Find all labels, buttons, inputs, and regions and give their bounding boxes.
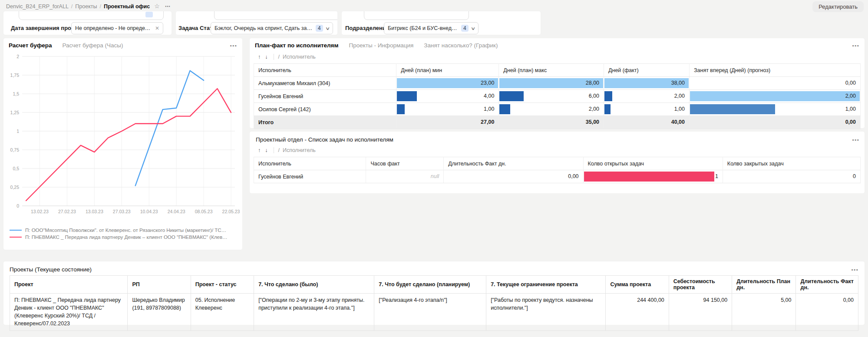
projects-table: ПроектРППроект - статус7. Что сделано (б… bbox=[3, 274, 865, 331]
x-axis-tick-label: 10.04.23 bbox=[140, 209, 158, 214]
column-header[interactable]: Длительность Факт дн. bbox=[796, 276, 858, 294]
department-filter-select[interactable]: Битрикс (Б24 и БУС-внедр), П... 4 ∨ bbox=[384, 22, 479, 34]
column-header[interactable]: Себестоимость проекта bbox=[669, 276, 732, 294]
column-header[interactable]: Дней (план) макс bbox=[499, 64, 604, 77]
filter-label: Подразделение bbox=[345, 25, 389, 31]
favorite-star-icon[interactable]: ☆ bbox=[154, 3, 160, 10]
widget-title: Проекты (Текущее состояние) bbox=[3, 261, 865, 274]
breadcrumb-separator: / bbox=[71, 3, 73, 10]
calendar-badge-icon bbox=[145, 12, 153, 17]
value-cell: 0,00 bbox=[690, 77, 861, 90]
value-cell: 2,00 bbox=[604, 90, 690, 103]
executor-cell: Гусейнов Евгений bbox=[254, 170, 366, 183]
x-axis-tick-label: 22.05.23 bbox=[222, 209, 240, 214]
buffer-chart-svg: 00,250,50,7511,251,51,75213.02.2327.02.2… bbox=[5, 51, 241, 224]
value-cell: 2,00 bbox=[499, 103, 604, 116]
legend-item[interactable]: П: ПНЕВМАКС _ Передача лида партнеру Ден… bbox=[10, 235, 238, 240]
project-cell: ["Реализация 4-го этапа/n"] bbox=[374, 294, 486, 331]
project-cell: П: ПНЕВМАКС _ Передача лида партнеру Ден… bbox=[10, 294, 128, 331]
column-header[interactable]: Занят вперед (Дней) (прогноз) bbox=[690, 64, 861, 77]
value-cell: 1,00 bbox=[396, 103, 499, 116]
legend-label: П: ООО"Мясоптиц Поволжски". от Клеверенс… bbox=[25, 228, 229, 233]
buffer-chart-card: Расчет буфера Расчет буфера (Часы) ⋯ 00,… bbox=[3, 38, 242, 250]
date-filter-select[interactable]: Не определено - Не определено ✕ bbox=[71, 22, 163, 34]
widget-title: Проектный отдел - Список задач по исполн… bbox=[250, 132, 865, 144]
drill-path: / Исполнитель bbox=[274, 147, 316, 153]
project-cell: 0,00 bbox=[796, 294, 858, 331]
value-cell: 0,00 bbox=[444, 170, 583, 183]
project-cell: 5,00 bbox=[732, 294, 796, 331]
y-axis-tick-label: 0,5 bbox=[13, 166, 19, 171]
clear-icon[interactable]: ✕ bbox=[155, 25, 159, 31]
breadcrumb-more-icon[interactable]: ⋯ bbox=[165, 3, 171, 10]
tab-buffer-calc-hours[interactable]: Расчет буфера (Часы) bbox=[62, 42, 123, 49]
x-axis-tick-label: 13.02.23 bbox=[31, 209, 49, 214]
value-cell: 4,00 bbox=[396, 90, 499, 103]
tab-plan-fact[interactable]: План-факт по исполнителям bbox=[255, 42, 339, 49]
x-axis-tick-label: 08.05.23 bbox=[195, 209, 213, 214]
table-row: П: ПНЕВМАКС _ Передача лида партнеру Ден… bbox=[10, 294, 858, 331]
series-swatch-icon bbox=[10, 230, 22, 231]
y-axis-tick-label: 0 bbox=[17, 203, 19, 208]
project-cell: ["Операции по 2-му и 3-му этапу приняты.… bbox=[254, 294, 374, 331]
column-header[interactable]: Дней (план) мин bbox=[396, 64, 499, 77]
executor-cell: Альмухаметов Михаил (304) bbox=[254, 77, 396, 90]
column-header[interactable]: Исполнитель bbox=[254, 157, 366, 170]
edit-button[interactable]: Редактировать bbox=[812, 1, 864, 12]
value-cell: 6,00 bbox=[499, 90, 604, 103]
widget-menu-icon[interactable]: ⋯ bbox=[852, 136, 859, 144]
drill-path: / Исполнитель bbox=[274, 54, 316, 60]
tab-projects-info[interactable]: Проекты - Информация bbox=[349, 42, 414, 49]
y-axis-tick-label: 2 bbox=[17, 54, 19, 59]
x-axis-tick-label: 27.02.23 bbox=[58, 209, 76, 214]
column-header[interactable]: 7. Что сделано (было) bbox=[254, 276, 374, 294]
project-cell: 94 150,00 bbox=[669, 294, 732, 331]
breadcrumb-item-projects[interactable]: Проекты bbox=[75, 3, 97, 10]
executor-cell: Итого bbox=[254, 116, 396, 129]
project-cell: Шередько Владимир (191, 89787809088) bbox=[128, 294, 191, 331]
sort-asc-button[interactable]: ↑ bbox=[256, 54, 263, 60]
tab-busy-chart[interactable]: Занят насколько? (График) bbox=[424, 42, 498, 49]
column-header[interactable]: Колво открытых задач bbox=[583, 157, 723, 170]
column-header[interactable]: РП bbox=[128, 276, 191, 294]
column-header[interactable]: Исполнитель bbox=[254, 64, 396, 77]
column-header[interactable]: 7. Что будет сделано (планируем) bbox=[374, 276, 486, 294]
executor-cell: Гусейнов Евгений bbox=[254, 90, 396, 103]
breadcrumb-separator: / bbox=[100, 3, 101, 10]
chevron-down-icon: ∨ bbox=[325, 26, 330, 31]
task-list-table: ИсполнительЧасов фактДлительность Факт д… bbox=[250, 156, 865, 183]
y-axis-tick-label: 1,75 bbox=[10, 73, 20, 78]
widget-menu-icon[interactable]: ⋯ bbox=[851, 266, 858, 274]
cutoff-input[interactable] bbox=[19, 11, 164, 20]
value-cell: null bbox=[366, 170, 444, 183]
tab-buffer-calc[interactable]: Расчет буфера bbox=[9, 42, 52, 49]
column-header[interactable]: Колво закрытых задач bbox=[723, 157, 860, 170]
filter-card-date: Дата завершения проекта Не определено - … bbox=[3, 11, 172, 35]
column-header[interactable]: 7. Текущее ограничение проекта bbox=[486, 276, 606, 294]
sort-desc-button[interactable]: ↓ bbox=[263, 147, 270, 153]
cutoff-input[interactable] bbox=[214, 11, 337, 20]
sort-desc-button[interactable]: ↓ bbox=[263, 54, 270, 60]
value-cell: 0 bbox=[723, 170, 860, 183]
column-header[interactable]: Сумма проекта bbox=[606, 276, 669, 294]
cutoff-input[interactable] bbox=[364, 11, 469, 20]
column-header[interactable]: Проект bbox=[10, 276, 128, 294]
value-cell: 2,00 bbox=[690, 90, 861, 103]
table-row: Осипов Сергей (142)1,002,001,001,00 bbox=[254, 103, 861, 116]
column-header[interactable]: Проект - статус bbox=[191, 276, 254, 294]
legend-item[interactable]: П: ООО"Мясоптиц Поволжски". от Клеверенс… bbox=[10, 228, 238, 233]
column-header[interactable]: Длительность Факт дн. bbox=[444, 157, 583, 170]
task-status-filter-select[interactable]: Бэклог, Очередь на спринт, Сдать заказчи… bbox=[211, 22, 333, 34]
widget-menu-icon[interactable]: ⋯ bbox=[230, 42, 237, 50]
column-header[interactable]: Длительность План дн. bbox=[732, 276, 796, 294]
column-header[interactable]: Дней (факт) bbox=[604, 64, 690, 77]
y-axis-tick-label: 0,75 bbox=[10, 147, 20, 152]
breadcrumb-item-workbook[interactable]: Denvic_B24_ERP_forALL bbox=[6, 3, 69, 10]
widget-menu-icon[interactable]: ⋯ bbox=[852, 42, 859, 50]
project-cell: 244 400,00 bbox=[606, 294, 669, 331]
x-axis-tick-label: 27.03.23 bbox=[113, 209, 131, 214]
plan-fact-table: ИсполнительДней (план) минДней (план) ма… bbox=[250, 63, 865, 129]
column-header[interactable]: Часов факт bbox=[366, 157, 444, 170]
y-axis-tick-label: 1 bbox=[17, 129, 19, 134]
sort-asc-button[interactable]: ↑ bbox=[256, 147, 263, 153]
